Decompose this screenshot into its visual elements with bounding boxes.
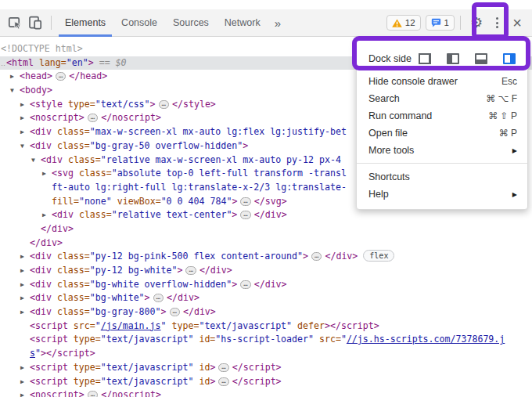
code-token: <div [30,292,57,303]
collapsed-arrow-icon[interactable]: ▶ [20,278,30,292]
dom-tree-row[interactable]: </div> [0,222,532,236]
messages-badge[interactable]: 1 [426,15,455,31]
collapsed-arrow-icon[interactable]: ▶ [20,264,30,278]
tab-network[interactable]: Network [217,9,268,37]
expanded-arrow-icon[interactable]: ▼ [10,84,20,98]
dom-tree-row[interactable]: ▶<div class="bg-white overflow-hidden">…… [0,278,532,292]
expanded-arrow-icon[interactable]: ▼ [31,153,41,168]
code-token: </noscript> [101,112,161,123]
tab-console[interactable]: Console [113,9,165,37]
code-token: </svg> [254,196,287,207]
code-token: " [161,320,167,331]
kebab-dot [496,17,498,20]
code-token: type= [68,99,95,110]
menu-item-help[interactable]: Help▶ [357,186,527,203]
dom-tree-row[interactable]: ▶<noscript>…</noscript> [0,388,532,397]
dom-tree-row[interactable]: s"></script> [0,347,532,361]
collapsed-arrow-icon[interactable]: ▶ [10,70,20,84]
dom-tree-row[interactable]: ▶<div class="py-12 bg-pink-500 flex cont… [0,250,532,264]
ellipsis-expander-icon[interactable]: … [311,252,322,261]
code-token: class= [57,292,90,303]
dom-tree-row[interactable]: <script src="/js/main.js" type="text/jav… [0,319,532,334]
dock-right-icon[interactable] [503,53,516,64]
tab-elements[interactable]: Elements [57,9,113,37]
code-token: <noscript> [30,112,84,123]
code-token: </div> [325,251,358,262]
undock-icon[interactable] [419,53,431,64]
tab-more-panels[interactable]: » [268,9,287,37]
collapsed-arrow-icon[interactable]: ▶ [20,375,30,389]
menu-item-run-command[interactable]: Run command⌘ ⇧ P [357,107,527,125]
collapsed-arrow-icon[interactable]: ▶ [20,125,30,139]
customize-menu-button[interactable] [487,13,507,33]
close-devtools-button[interactable]: × [507,13,527,33]
ellipsis-expander-icon[interactable]: … [185,266,196,275]
code-token: "text/javascript" [101,376,194,387]
code-token: "bg-white" [90,292,145,303]
menu-item-more-tools[interactable]: More tools▶ [357,142,527,159]
code-token: > [210,362,215,373]
collapsed-arrow-icon[interactable]: ▶ [42,167,52,181]
dock-bottom-icon[interactable] [475,53,487,64]
menu-item-shortcuts[interactable]: Shortcuts [357,168,527,186]
settings-gear-button[interactable]: ⚙ [466,13,487,33]
code-token: <script [30,320,74,331]
collapsed-arrow-icon[interactable]: ▶ [20,361,30,375]
collapsed-arrow-icon[interactable]: ▶ [20,250,30,264]
ellipsis-expander-icon[interactable]: … [218,363,228,372]
ellipsis-expander-icon[interactable]: … [159,100,169,109]
collapsed-arrow-icon[interactable]: ▶ [20,111,30,125]
dom-tree-row[interactable]: ▶<div class="bg-white">…</div> [0,291,532,305]
menu-item-search[interactable]: Search⌘ ⌥ F [357,90,527,107]
collapsed-arrow-icon[interactable]: ▶ [20,291,30,305]
ellipsis-expander-icon[interactable]: … [88,114,98,122]
submenu-arrow-icon: ▶ [512,147,517,154]
dom-tree-row[interactable]: ▶<div class="py-12 bg-white">…</div> [0,264,532,278]
tab-sources[interactable]: Sources [165,9,217,37]
code-token: ></script> [325,320,379,331]
ellipsis-expander-icon[interactable]: … [240,280,250,289]
dock-left-icon[interactable] [447,53,459,64]
gear-icon: ⚙ [470,16,483,30]
ellipsis-expander-icon[interactable]: … [153,294,164,302]
dom-tree-row[interactable]: ▶<div class="bg-gray-800">…</div> [0,305,532,319]
warnings-badge[interactable]: 12 [386,15,421,31]
devtools-toolbar: ElementsConsoleSourcesNetwork» 12 1 [0,9,532,37]
ellipsis-expander-icon[interactable]: … [240,197,250,206]
ellipsis-expander-icon[interactable]: … [218,377,228,386]
dom-tree-row[interactable]: ▶<script type="text/javascript" id>…</sc… [0,361,532,375]
collapsed-arrow-icon[interactable]: ▶ [20,305,30,319]
ellipsis-expander-icon[interactable]: … [170,308,180,316]
code-token: </div> [167,292,200,303]
collapsed-arrow-icon[interactable]: ▶ [42,208,52,222]
code-token [112,196,117,207]
device-toolbar-icon [27,15,43,31]
menu-item-label: Run command [368,110,432,121]
code-token: "text/css" [95,99,150,110]
code-token: </div> [200,265,232,276]
devtools-window: ElementsConsoleSourcesNetwork» 12 1 [0,0,532,397]
expanded-arrow-icon[interactable]: ▼ [20,139,30,153]
dock-side-options [419,53,516,64]
inspect-element-button[interactable] [5,13,25,33]
code-token: "absolute top-0 left-full transform -tra… [112,168,347,179]
code-token: <body> [20,85,52,96]
device-toolbar-button[interactable] [25,13,45,33]
flex-badge[interactable]: flex [363,250,394,262]
code-token: </div> [30,237,63,248]
menu-item-open-file[interactable]: Open file⌘ P [357,125,527,142]
ellipsis-expander-icon[interactable]: … [56,72,66,81]
ellipsis-expander-icon[interactable]: … [240,211,250,219]
menu-item-hide-console-drawer[interactable]: Hide console drawerEsc [357,73,527,90]
dom-tree-row[interactable]: </div> [0,236,532,251]
code-token: <script [30,334,74,345]
dom-tree-row[interactable]: ▶<script type="text/javascript" id>…</sc… [0,375,532,389]
collapsed-arrow-icon[interactable]: ▶ [20,98,30,112]
dom-tree-row[interactable]: <script type="text/javascript" id="hs-sc… [0,333,532,347]
collapsed-arrow-icon[interactable]: ▶ [20,388,30,397]
dom-tree-row[interactable]: ▶<div class="relative text-center">…</di… [0,208,532,222]
code-token: "text/javascript" [199,320,292,331]
code-token: "py-12 bg-white" [90,265,178,276]
code-token: <div [52,209,79,220]
ellipsis-expander-icon[interactable]: … [88,391,98,397]
